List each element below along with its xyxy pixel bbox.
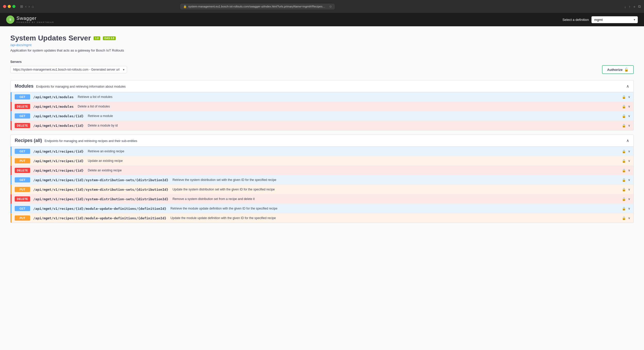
endpoint-summary: Delete a module by id <box>88 124 118 127</box>
endpoint-row[interactable]: GET /api/mgmt/v1/recipes/{id}/module-upd… <box>11 204 633 213</box>
swagger-logo-sub: POWERED BY SMARTBEAR <box>16 21 54 23</box>
swagger-def-selector: Select a definition mgmt ▼ <box>562 16 638 23</box>
endpoint-row[interactable]: DELETE /api/mgmt/v1/modules Delete a lis… <box>11 102 633 111</box>
back-button[interactable]: ‹ <box>25 4 27 9</box>
endpoint-path: /api/mgmt/v1/modules/{id} <box>33 114 84 118</box>
endpoint-path: /api/mgmt/v1/recipes/{id}/system-distrib… <box>33 197 168 201</box>
endpoint-path: /api/mgmt/v1/modules/{id} <box>33 124 84 128</box>
address-bar[interactable]: 🔒 system-management.eu1.bosch-iot-rollou… <box>180 4 335 10</box>
method-badge: DELETE <box>15 123 30 128</box>
endpoint-right: 🔒 ∨ <box>622 216 630 220</box>
endpoint-chevron-icon: ∨ <box>628 159 630 163</box>
section-header-modules[interactable]: Modules Endpoints for managing and retri… <box>10 80 634 92</box>
swagger-header: S Swagger POWERED BY SMARTBEAR Select a … <box>0 13 644 26</box>
endpoint-summary: Delete a list of modules <box>78 105 110 108</box>
endpoint-lock-icon: 🔒 <box>622 105 626 109</box>
endpoint-row[interactable]: PUT /api/mgmt/v1/recipes/{id}/system-dis… <box>11 185 633 194</box>
method-badge: GET <box>15 149 30 154</box>
section-header-recipes[interactable]: Recipes (all) Endpoints for managing and… <box>10 135 634 147</box>
endpoint-lock-icon: 🔒 <box>622 149 626 153</box>
server-select[interactable]: https://system-management.eu1.bosch-iot-… <box>10 66 127 73</box>
endpoint-right: 🔒 ∨ <box>622 105 630 109</box>
home-button[interactable]: ⌂ <box>32 4 34 9</box>
endpoint-path: /api/mgmt/v1/modules <box>33 105 74 109</box>
new-tab-icon[interactable]: + <box>633 4 635 9</box>
endpoint-summary: Retrieve the module update definition wi… <box>171 207 278 210</box>
endpoint-path: /api/mgmt/v1/modules <box>33 95 74 99</box>
authorize-label: Authorize <box>607 68 623 72</box>
minimize-button[interactable] <box>8 5 11 8</box>
maximize-button[interactable] <box>12 5 15 8</box>
endpoint-summary: Update the system distribution set with … <box>172 188 275 191</box>
endpoint-row[interactable]: GET /api/mgmt/v1/modules/{id} Retrieve a… <box>11 111 633 121</box>
tab-icon[interactable]: ⊞ <box>20 4 23 9</box>
api-docs-link[interactable]: /api-docs/mgmt <box>10 43 634 47</box>
section-chevron-icon: ∧ <box>626 84 629 89</box>
endpoint-row[interactable]: GET /api/mgmt/v1/recipes/{id} Retrieve a… <box>11 147 633 156</box>
endpoint-row[interactable]: GET /api/mgmt/v1/recipes/{id}/system-dis… <box>11 175 633 185</box>
authorize-lock-icon: 🔓 <box>624 68 629 72</box>
traffic-lights <box>3 5 15 8</box>
endpoint-row[interactable]: DELETE /api/mgmt/v1/recipes/{id} Delete … <box>11 166 633 175</box>
method-badge: PUT <box>15 187 30 192</box>
server-select-wrap: https://system-management.eu1.bosch-iot-… <box>10 66 127 73</box>
close-button[interactable] <box>3 5 6 8</box>
endpoint-chevron-icon: ∨ <box>628 124 630 127</box>
method-badge: DELETE <box>15 168 30 173</box>
endpoint-lock-icon: 🔒 <box>622 207 626 211</box>
endpoint-right: 🔒 ∨ <box>622 188 630 191</box>
share-action-icon[interactable]: ↑ <box>629 4 631 9</box>
endpoint-right: 🔒 ∨ <box>622 95 630 99</box>
api-description: Application for system updates that acts… <box>10 48 634 52</box>
endpoint-chevron-icon: ∨ <box>628 169 630 172</box>
endpoint-lock-icon: 🔒 <box>622 178 626 182</box>
endpoint-row[interactable]: DELETE /api/mgmt/v1/modules/{id} Delete … <box>11 121 633 130</box>
section-description: Endpoints for managing and retrieving in… <box>36 85 126 88</box>
endpoint-chevron-icon: ∨ <box>628 216 630 220</box>
url-text: system-management.eu1.bosch-iot-rollouts… <box>188 5 328 8</box>
endpoint-row[interactable]: PUT /api/mgmt/v1/recipes/{id} Update an … <box>11 156 633 166</box>
authorize-button[interactable]: Authorize 🔓 <box>602 65 634 74</box>
endpoint-row[interactable]: GET /api/mgmt/v1/modules Retrieve a list… <box>11 92 633 102</box>
api-title-row: System Updates Server 1.0 OAS 3.0 <box>10 34 634 42</box>
method-badge: PUT <box>15 215 30 221</box>
section-description: Endpoints for managing and retrieving re… <box>45 139 137 143</box>
endpoint-lock-icon: 🔒 <box>622 197 626 201</box>
main-content: System Updates Server 1.0 OAS 3.0 /api-d… <box>0 26 644 350</box>
sidebar-icon[interactable]: ⧉ <box>638 4 641 9</box>
servers-section: Servers https://system-management.eu1.bo… <box>10 60 634 74</box>
section-title-area: Recipes (all) Endpoints for managing and… <box>15 138 137 143</box>
endpoint-lock-icon: 🔒 <box>622 124 626 128</box>
section-modules: Modules Endpoints for managing and retri… <box>10 80 634 130</box>
endpoint-row[interactable]: DELETE /api/mgmt/v1/recipes/{id}/system-… <box>11 194 633 204</box>
lock-icon: 🔒 <box>183 5 187 8</box>
endpoint-right: 🔒 ∨ <box>622 178 630 182</box>
endpoint-lock-icon: 🔒 <box>622 216 626 220</box>
endpoint-chevron-icon: ∨ <box>628 197 630 201</box>
endpoint-chevron-icon: ∨ <box>628 95 630 99</box>
share-icon: ⊙ <box>329 5 332 8</box>
endpoint-path: /api/mgmt/v1/recipes/{id}/system-distrib… <box>33 178 168 182</box>
download-icon[interactable]: ↓ <box>624 4 626 9</box>
endpoint-right: 🔒 ∨ <box>622 124 630 128</box>
endpoint-row[interactable]: PUT /api/mgmt/v1/recipes/{id}/module-upd… <box>11 213 633 223</box>
endpoint-path: /api/mgmt/v1/recipes/{id} <box>33 169 84 172</box>
endpoint-chevron-icon: ∨ <box>628 188 630 191</box>
endpoint-lock-icon: 🔒 <box>622 188 626 191</box>
endpoint-path: /api/mgmt/v1/recipes/{id} <box>33 159 84 163</box>
browser-actions: ↓ ↑ + ⧉ <box>624 4 641 9</box>
endpoint-lock-icon: 🔒 <box>622 169 626 172</box>
endpoint-summary: Remove a system distribution set from a … <box>172 197 255 201</box>
endpoint-chevron-icon: ∨ <box>628 105 630 108</box>
endpoint-summary: Retrieve an existing recipe <box>88 149 124 153</box>
forward-button[interactable]: › <box>29 4 30 9</box>
swagger-def-select[interactable]: mgmt <box>591 16 638 23</box>
endpoint-lock-icon: 🔒 <box>622 95 626 99</box>
browser-chrome: ⊞ ‹ › ⌂ 🔒 system-management.eu1.bosch-io… <box>0 0 644 13</box>
api-title: System Updates Server <box>10 34 91 42</box>
section-title: Recipes (all) <box>15 138 42 143</box>
browser-controls: ⊞ ‹ › ⌂ <box>20 4 34 9</box>
endpoint-summary: Delete an existing recipe <box>88 169 122 172</box>
endpoint-summary: Update an existing recipe <box>88 159 123 163</box>
endpoint-chevron-icon: ∨ <box>628 114 630 118</box>
